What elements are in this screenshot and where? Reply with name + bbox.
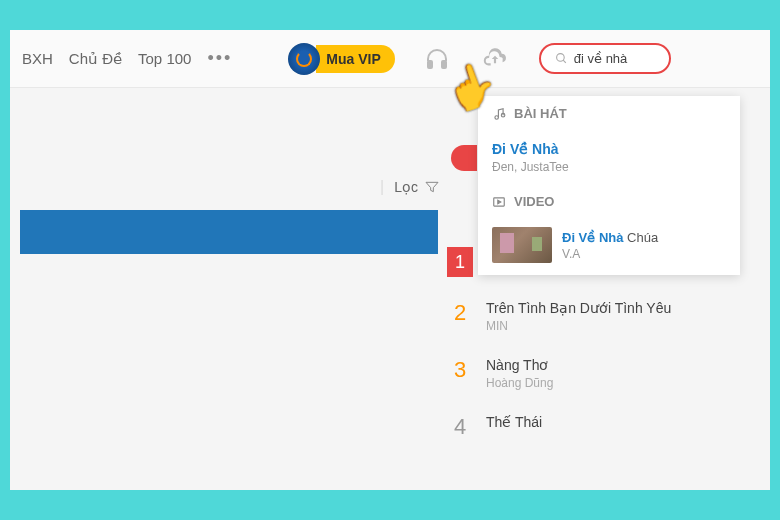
song-title: Đi Về Nhà	[492, 141, 726, 157]
search-dropdown: BÀI HÁT Đi Về Nhà Đen, JustaTee VIDEO Đi…	[478, 96, 740, 275]
red-indicator	[451, 145, 477, 171]
pointer-hand-annotation: 👆	[445, 62, 497, 111]
section-video-label: VIDEO	[514, 194, 554, 209]
nav-more-icon[interactable]: •••	[207, 48, 232, 69]
chart-title: Trên Tình Bạn Dưới Tình Yêu	[486, 300, 738, 316]
chart-title: Nàng Thơ	[486, 357, 738, 373]
song-artist: Đen, JustaTee	[492, 160, 726, 174]
chart-rank: 2	[448, 300, 472, 326]
video-thumbnail	[492, 227, 552, 263]
chart-row[interactable]: 4 Thế Thái	[448, 402, 738, 452]
section-video-header: VIDEO	[478, 184, 740, 219]
video-artist: V.A	[562, 247, 726, 261]
nav-bxh[interactable]: BXH	[22, 50, 53, 67]
video-title: Đi Về Nhà Chúa	[562, 230, 726, 245]
section-songs-label: BÀI HÁT	[514, 106, 567, 121]
search-result-song[interactable]: Đi Về Nhà Đen, JustaTee	[478, 131, 740, 184]
vip-logo-icon	[288, 43, 320, 75]
nav-top100[interactable]: Top 100	[138, 50, 191, 67]
chart-list: 2 Trên Tình Bạn Dưới Tình Yêu MIN 3 Nàng…	[448, 260, 738, 452]
chart-rank: 4	[448, 414, 472, 440]
vip-badge[interactable]: Mua VIP	[288, 43, 394, 75]
svg-point-2	[556, 54, 564, 62]
search-result-video[interactable]: Đi Về Nhà Chúa V.A	[478, 219, 740, 275]
header-bar: BXH Chủ Đề Top 100 ••• Mua VIP đi về nhà	[10, 30, 770, 88]
chart-title: Thế Thái	[486, 414, 738, 430]
play-box-icon	[492, 195, 506, 209]
section-songs-header: BÀI HÁT	[478, 96, 740, 131]
svg-rect-0	[428, 61, 432, 68]
nav-chu-de[interactable]: Chủ Đề	[69, 50, 122, 68]
chart-artist: Hoàng Dũng	[486, 376, 738, 390]
search-icon	[555, 52, 568, 65]
chart-rank: 3	[448, 357, 472, 383]
chart-artist: MIN	[486, 319, 738, 333]
search-query: đi về nhà	[574, 51, 628, 66]
filter-icon[interactable]	[424, 179, 440, 195]
chart-row[interactable]: 2 Trên Tình Bạn Dưới Tình Yêu MIN	[448, 288, 738, 345]
video-info: Đi Về Nhà Chúa V.A	[562, 230, 726, 261]
filter-separator: |	[380, 178, 384, 196]
vip-label: Mua VIP	[316, 45, 394, 73]
search-input[interactable]: đi về nhà	[539, 43, 671, 74]
chart-row[interactable]: 3 Nàng Thơ Hoàng Dũng	[448, 345, 738, 402]
filter-label[interactable]: Lọc	[394, 179, 418, 195]
selected-row-highlight[interactable]	[20, 210, 438, 254]
svg-line-3	[563, 60, 566, 63]
